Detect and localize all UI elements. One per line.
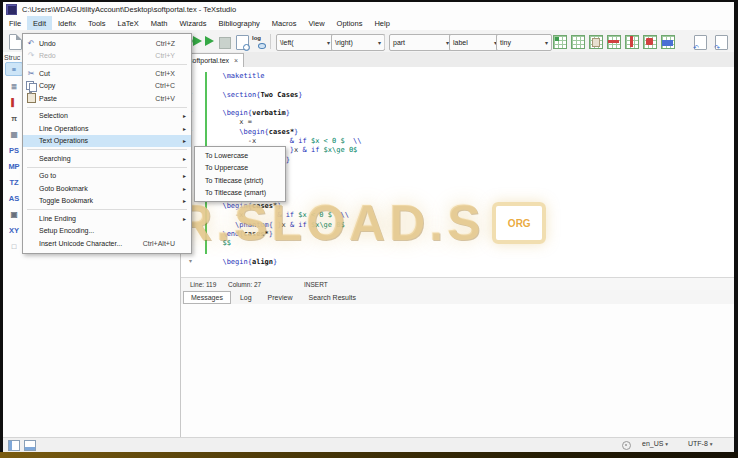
magnifier-icon xyxy=(243,44,250,51)
build-and-view-icon-2[interactable] xyxy=(193,36,202,46)
toggle-sidepanel-icon[interactable] xyxy=(8,440,20,451)
bottom-tab-preview[interactable]: Preview xyxy=(261,292,300,303)
code-line[interactable] xyxy=(214,249,362,258)
code-line[interactable]: \phantom{ }x & if $x\ge 0$ xyxy=(214,221,362,230)
table-format-icon[interactable] xyxy=(661,35,675,49)
fold-arrow-icon[interactable]: ▾ xyxy=(189,257,192,264)
language-selector[interactable]: en_US ▾ xyxy=(642,440,668,447)
menu-item-line-operations[interactable]: Line Operations▸ xyxy=(23,122,191,135)
bottom-tab-messages[interactable]: Messages xyxy=(183,291,231,304)
structure-icon[interactable]: ≡ xyxy=(5,62,23,76)
previous-document-icon[interactable]: ↶ xyxy=(694,35,707,50)
code-line[interactable]: x = xyxy=(214,118,362,127)
asymptote-icon[interactable]: AS xyxy=(6,192,22,204)
menu-file[interactable]: File xyxy=(3,16,27,30)
gear-icon[interactable] xyxy=(622,441,631,450)
menu-item-text-operations[interactable]: Text Operations▸ xyxy=(23,135,191,148)
menu-item-paste[interactable]: PasteCtrl+V xyxy=(23,92,191,105)
code-line[interactable]: \begin{cases*} xyxy=(214,128,362,137)
close-icon[interactable]: × xyxy=(234,57,238,64)
menu-math[interactable]: Math xyxy=(145,16,174,30)
menu-item-toggle-bookmark[interactable]: Toggle Bookmark▸ xyxy=(23,195,191,208)
code-line[interactable]: -x & if $x < 0 $ \\ xyxy=(214,211,362,220)
submenu-item-to-titlecase-strict[interactable]: To Titlecase (strict) xyxy=(195,174,285,187)
code-line[interactable] xyxy=(214,100,362,109)
reference-combo[interactable]: label▾ xyxy=(449,34,501,51)
stop-icon xyxy=(219,37,231,49)
code-line[interactable]: \section{Two Cases} xyxy=(214,91,362,100)
table-insert-icon[interactable] xyxy=(553,35,567,49)
menu-shortcut: Ctrl+Y xyxy=(155,52,191,59)
menu-macros[interactable]: Macros xyxy=(266,16,303,30)
view-log-icon[interactable]: log xyxy=(251,35,266,49)
submenu-item-to-titlecase-smart[interactable]: To Titlecase (smart) xyxy=(195,187,285,200)
table-symbols-icon[interactable]: ▦ xyxy=(6,128,22,140)
menu-edit[interactable]: Edit xyxy=(27,16,52,30)
code-line[interactable] xyxy=(214,81,362,90)
encoding-selector[interactable]: UTF-8 ▾ xyxy=(688,440,713,447)
menu-options[interactable]: Options xyxy=(331,16,369,30)
math-symbols-icon[interactable]: π xyxy=(6,112,22,124)
menu-item-redo[interactable]: ↷RedoCtrl+Y xyxy=(23,50,191,63)
menu-item-searching[interactable]: Searching▸ xyxy=(23,152,191,165)
bookmark-icon[interactable]: ▌ xyxy=(6,96,22,108)
table-remove-column-icon[interactable] xyxy=(625,35,639,49)
table-paste-icon[interactable] xyxy=(589,35,603,49)
menu-item-selection[interactable]: Selection▸ xyxy=(23,110,191,123)
menu-idefix[interactable]: Idefix xyxy=(52,16,82,30)
bookmarks-list-icon[interactable]: ≣ xyxy=(6,80,22,92)
menu-view[interactable]: View xyxy=(302,16,330,30)
code-line[interactable]: \begin{align} xyxy=(214,258,362,267)
menu-bibliography[interactable]: Bibliography xyxy=(213,16,266,30)
compile-icon[interactable] xyxy=(205,36,214,46)
toggle-bottompanel-icon[interactable] xyxy=(24,440,36,451)
table-remove-icon[interactable] xyxy=(643,35,657,49)
submenu-item-to-uppercase[interactable]: To Uppercase xyxy=(195,162,285,175)
submenu-item-to-lowercase[interactable]: To Lowercase xyxy=(195,149,285,162)
table-tools xyxy=(553,35,675,49)
tikz-icon[interactable]: TZ xyxy=(6,176,22,188)
fontsize-combo[interactable]: tiny▾ xyxy=(496,34,552,51)
code-line[interactable]: \begin{verbatim} xyxy=(214,109,362,118)
bottom-tab-search-results[interactable]: Search Results xyxy=(302,292,363,303)
submenu-arrow-icon: ▸ xyxy=(183,215,186,222)
next-document-icon[interactable]: ↷ xyxy=(715,35,728,50)
code-line[interactable]: \end{cases*} xyxy=(214,230,362,239)
menu-help[interactable]: Help xyxy=(368,16,395,30)
menu-item-copy[interactable]: CopyCtrl+C xyxy=(23,80,191,93)
new-document-icon[interactable] xyxy=(9,34,22,50)
tab-softportal[interactable]: softportal.tex × xyxy=(183,53,244,68)
menu-separator xyxy=(27,107,187,108)
menu-item-label: Selection xyxy=(39,112,191,119)
cut-icon: ✂ xyxy=(23,69,39,78)
right-delimiter-combo[interactable]: \right)▾ xyxy=(331,34,385,51)
beamer-icon[interactable]: ▣ xyxy=(6,208,22,220)
left-delimiter-combo[interactable]: \left(▾ xyxy=(276,34,334,51)
code-line[interactable]: -x & if $x < 0 $ \\ xyxy=(214,137,362,146)
menu-item-undo[interactable]: ↶UndoCtrl+Z xyxy=(23,37,191,50)
view-pdf-icon[interactable] xyxy=(236,35,249,50)
menu-item-cut[interactable]: ✂CutCtrl+X xyxy=(23,67,191,80)
menu-tools[interactable]: Tools xyxy=(82,16,112,30)
snippets-icon[interactable]: □ xyxy=(6,240,22,252)
code-line[interactable]: \begin{cases*} xyxy=(214,202,362,211)
menu-wizards[interactable]: Wizards xyxy=(173,16,212,30)
xypic-icon[interactable]: XY xyxy=(6,224,22,236)
menu-item-goto-bookmark[interactable]: Goto Bookmark▸ xyxy=(23,182,191,195)
pstricks-icon[interactable]: PS xyxy=(6,144,22,156)
menu-item-go-to[interactable]: Go to▸ xyxy=(23,170,191,183)
menu-item-insert-unicode-character[interactable]: Insert Unicode Character...Ctrl+Alt+U xyxy=(23,237,191,250)
menu-item-label: Setup Encoding... xyxy=(39,227,191,234)
table-modify-icon[interactable] xyxy=(571,35,585,49)
menu-item-line-ending[interactable]: Line Ending▸ xyxy=(23,212,191,225)
menu-item-setup-encoding[interactable]: Setup Encoding... xyxy=(23,225,191,238)
code-line[interactable]: $$ xyxy=(214,239,362,248)
table-remove-row-icon[interactable] xyxy=(607,35,621,49)
sectioning-combo[interactable]: part▾ xyxy=(389,34,453,51)
bottom-tab-log[interactable]: Log xyxy=(233,292,259,303)
menu-shortcut: Ctrl+X xyxy=(155,70,191,77)
edit-menu-dropdown: ↶UndoCtrl+Z↷RedoCtrl+Y✂CutCtrl+XCopyCtrl… xyxy=(22,33,192,254)
menu-latex[interactable]: LaTeX xyxy=(111,16,144,30)
metapost-icon[interactable]: MP xyxy=(6,160,22,172)
code-line[interactable]: \maketitle xyxy=(214,72,362,81)
